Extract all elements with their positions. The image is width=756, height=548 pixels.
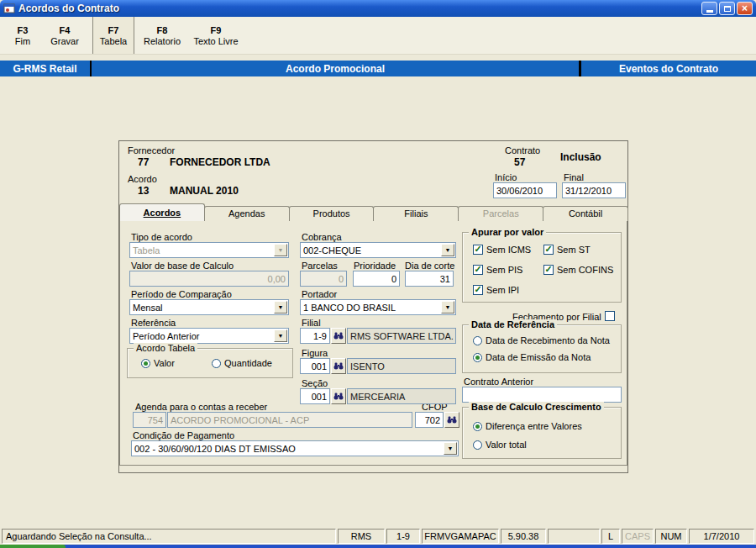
checkbox-sem-icms[interactable]: ✓ Sem ICMS	[473, 245, 531, 255]
prioridade-value: 0	[391, 274, 396, 284]
radio-label: Quantidade	[224, 358, 272, 368]
tab-filiais[interactable]: Filiais	[373, 206, 459, 221]
status-system: RMS	[338, 529, 385, 544]
fornecedor-code: 77	[138, 156, 149, 168]
acordo-code: 13	[138, 185, 149, 197]
figura-code-input[interactable]: 001	[300, 358, 330, 374]
inicio-value: 30/06/2010	[496, 186, 543, 196]
tab-produtos[interactable]: Produtos	[289, 206, 375, 221]
dropdown-arrow-icon[interactable]: ▼	[444, 442, 457, 455]
inicio-input[interactable]: 30/06/2010	[493, 182, 557, 198]
status-numlock: NUM	[655, 529, 687, 544]
form-panel: Fornecedor 77 FORNECEDOR LTDA Acordo 13 …	[118, 140, 628, 473]
checkbox-fechamento-filial[interactable]	[605, 311, 615, 321]
radio-data-emissao[interactable]: Data de Emissão da Nota	[473, 352, 591, 362]
status-lang: L	[601, 529, 620, 544]
dia-corte-value: 31	[440, 274, 450, 284]
secao-code-input[interactable]: 001	[300, 388, 330, 404]
filial-label: Filial	[302, 318, 321, 328]
filial-description: RMS SOFTWARE LTDA.	[347, 328, 456, 344]
condicao-pagamento-select[interactable]: 002 - 30/60/90/120 DIAS DT EMISSAO ▼	[131, 440, 459, 456]
start-button[interactable]	[0, 545, 66, 548]
toolbar-key: F3	[18, 25, 29, 35]
minimize-button[interactable]	[701, 2, 717, 15]
binoculars-icon	[333, 332, 344, 340]
periodo-comparacao-value: Mensal	[133, 303, 162, 313]
cfop-input[interactable]: 702	[415, 412, 444, 428]
restore-icon	[724, 6, 731, 12]
checkbox-label: Sem ICMS	[486, 245, 531, 255]
radio-data-recebimento[interactable]: Data de Recebimento da Nota	[473, 335, 610, 345]
toolbar-button-tabela[interactable]: F7 Tabela	[92, 17, 134, 54]
dropdown-arrow-icon[interactable]: ▼	[274, 329, 287, 342]
radio-icon	[473, 336, 482, 345]
radio-icon	[473, 422, 482, 431]
close-button[interactable]: ×	[737, 2, 753, 15]
toolbar-button-fim[interactable]: F3 Fim	[5, 17, 40, 54]
portador-label: Portador	[302, 289, 337, 299]
radio-valor[interactable]: Valor	[141, 358, 175, 368]
dropdown-arrow-icon[interactable]: ▼	[274, 301, 287, 314]
taskbar	[0, 545, 756, 548]
prioridade-label: Prioridade	[354, 261, 396, 271]
banner-title: Acordo Promocional	[92, 61, 581, 76]
checkbox-sem-cofins[interactable]: ✓ Sem COFINS	[543, 265, 613, 275]
banner-brand: G-RMS Retail	[0, 61, 92, 76]
contrato-anterior-input[interactable]	[462, 387, 622, 403]
radio-diferenca-valores[interactable]: Diferença entre Valores	[473, 421, 582, 431]
checkbox-icon: ✓	[543, 245, 554, 255]
toolbar-button-gravar[interactable]: F4 Gravar	[44, 17, 86, 54]
tab-acordos[interactable]: Acordos	[119, 203, 205, 221]
portador-select[interactable]: 1 BANCO DO BRASIL ▼	[300, 299, 456, 315]
checkbox-sem-ipi[interactable]: ✓ Sem IPI	[473, 285, 519, 295]
binoculars-icon	[333, 393, 344, 400]
referencia-select[interactable]: Período Anterior ▼	[129, 328, 289, 344]
status-empty	[548, 529, 600, 544]
radio-label: Data de Emissão da Nota	[486, 352, 591, 362]
checkbox-sem-st[interactable]: ✓ Sem ST	[543, 245, 591, 255]
secao-lookup-button[interactable]	[331, 388, 346, 404]
final-input[interactable]: 31/12/2010	[562, 182, 626, 198]
figura-code: 001	[312, 361, 327, 371]
referencia-value: Período Anterior	[133, 331, 200, 341]
filial-lookup-button[interactable]	[331, 328, 346, 344]
agenda-label: Agenda para o contas a receber	[135, 402, 267, 412]
tab-contabil[interactable]: Contábil	[543, 206, 628, 221]
radio-label: Valor total	[486, 440, 527, 450]
close-icon: ×	[742, 3, 748, 13]
tab-agendas[interactable]: Agendas	[204, 206, 290, 221]
contrato-label: Contrato	[505, 145, 540, 155]
periodo-comparacao-select[interactable]: Mensal ▼	[129, 299, 289, 315]
checkbox-label: Sem COFINS	[557, 265, 613, 275]
dropdown-arrow-icon[interactable]: ▼	[441, 301, 454, 314]
toolbar-label: Texto Livre	[193, 36, 238, 46]
condicao-pagamento-value: 002 - 30/60/90/120 DIAS DT EMISSAO	[134, 444, 296, 454]
radio-quantidade[interactable]: Quantidade	[212, 358, 272, 368]
prioridade-input[interactable]: 0	[353, 271, 400, 287]
checkbox-sem-pis[interactable]: ✓ Sem PIS	[473, 265, 522, 275]
filial-code-input[interactable]: 1-9	[300, 328, 330, 344]
toolbar-label: Fim	[15, 36, 30, 46]
apurar-group-title: Apurar por valor	[469, 227, 546, 237]
restore-button[interactable]	[719, 2, 735, 15]
radio-valor-total[interactable]: Valor total	[473, 440, 527, 450]
banner-eventos-button[interactable]: Eventos do Contrato	[581, 61, 756, 76]
title-bar[interactable]: Acordos do Contrato ×	[0, 0, 756, 17]
dia-corte-input[interactable]: 31	[405, 271, 454, 287]
fornecedor-label: Fornecedor	[128, 145, 175, 155]
agenda-code-input: 754	[133, 412, 166, 428]
dropdown-arrow-icon[interactable]: ▼	[441, 244, 454, 256]
figura-lookup-button[interactable]	[331, 358, 346, 374]
valor-base-input: 0,00	[129, 271, 289, 287]
toolbar-label: Gravar	[50, 36, 79, 46]
data-referencia-group: Data de Referência Data de Recebimento d…	[462, 324, 622, 373]
toolbar-button-texto-livre[interactable]: F9 Texto Livre	[188, 17, 244, 54]
acordo-tabela-group-title: Acordo Tabela	[134, 343, 197, 353]
cfop-lookup-button[interactable]	[444, 412, 459, 428]
toolbar: F3 Fim F4 Gravar F7 Tabela F8 Relatorio …	[0, 17, 756, 55]
toolbar-key: F9	[211, 25, 222, 35]
application-window: Acordos do Contrato × F3 Fim F4 Gravar F…	[0, 0, 756, 548]
secao-value: MERCEARIA	[350, 392, 405, 402]
cobranca-select[interactable]: 002-CHEQUE ▼	[300, 242, 456, 258]
toolbar-button-relatorio[interactable]: F8 Relatorio	[139, 17, 185, 54]
